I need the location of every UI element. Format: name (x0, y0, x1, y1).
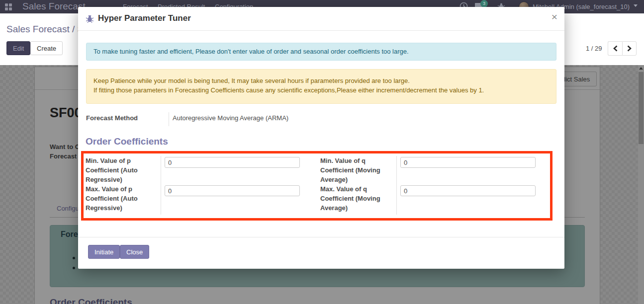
highlighted-fields-region: Min. Value of p Coefficient (Auto Regres… (81, 151, 552, 221)
min-p-input[interactable] (165, 157, 300, 168)
warning-alert: Keep Patience while your model is being … (86, 69, 556, 104)
max-q-input[interactable] (400, 185, 536, 196)
forecast-method-label: Forecast Method (86, 114, 161, 122)
initiate-button[interactable]: Initiate (88, 245, 120, 259)
apps-menu-icon[interactable] (5, 3, 12, 11)
breadcrumb[interactable]: Sales Forecast / S (6, 24, 84, 35)
pager-previous-button[interactable] (608, 41, 622, 56)
dialog-title: Hyper Parameter Tuner (98, 13, 191, 23)
user-menu-caret-icon (634, 4, 638, 7)
field-separator (396, 156, 397, 215)
order-coefficients-heading: Order Coefficients (86, 136, 168, 147)
close-icon[interactable]: × (552, 11, 557, 22)
message-count-badge[interactable]: 3 (480, 0, 488, 7)
min-q-input[interactable] (400, 157, 536, 168)
bug-icon (86, 14, 94, 23)
warning-line-1: Keep Patience while your model is being … (93, 76, 549, 85)
max-q-label: Max. Value of q Coefficient (Moving Aver… (320, 184, 395, 213)
hyper-parameter-tuner-dialog: Hyper Parameter Tuner × To make tuning f… (78, 7, 564, 269)
pager-counter: 1 / 29 (586, 45, 602, 52)
close-button[interactable]: Close (120, 245, 149, 259)
forecast-method-value: Autoregressive Moving Average (ARMA) (173, 114, 288, 122)
dialog-header: Hyper Parameter Tuner × (78, 7, 564, 31)
info-alert: To make tuning faster and efficient, Ple… (86, 43, 556, 61)
max-p-input[interactable] (165, 185, 300, 196)
chevron-left-icon (613, 45, 618, 52)
forecast-method-row: Forecast Method Autoregressive Moving Av… (86, 112, 556, 127)
screen: Sales Forecast Forecast Predicted Result… (0, 0, 644, 304)
warning-line-2: If fitting those parameters in Forecasti… (93, 85, 549, 95)
chevron-right-icon (627, 45, 632, 52)
pager-next-button[interactable] (622, 41, 637, 56)
min-q-label: Min. Value of q Coefficient (Moving Aver… (320, 156, 395, 184)
edit-button[interactable]: Edit (6, 41, 30, 55)
max-p-label: Max. Value of p Coefficient (Auto Regres… (86, 184, 160, 213)
min-p-label: Min. Value of p Coefficient (Auto Regres… (86, 156, 160, 184)
create-button[interactable]: Create (30, 41, 63, 55)
field-separator (169, 112, 169, 126)
field-separator (161, 156, 161, 215)
dialog-footer: Initiate Close (78, 237, 564, 269)
pager-buttons (608, 41, 637, 56)
app-brand[interactable]: Sales Forecast (22, 1, 86, 12)
